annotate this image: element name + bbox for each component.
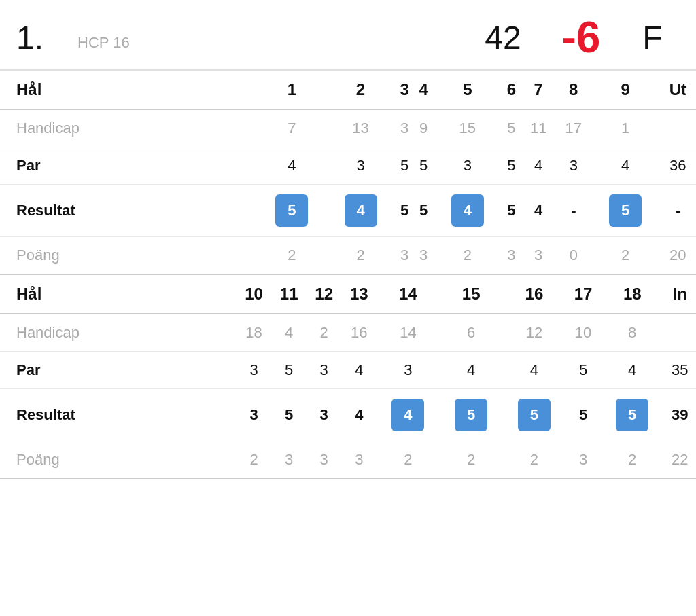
- hal-label-back: Hål: [0, 275, 237, 314]
- hcp-12: 2: [307, 314, 342, 352]
- hole-11: 11: [271, 275, 307, 314]
- hole-13: 13: [342, 275, 377, 314]
- res-6: 5: [502, 185, 521, 237]
- hole-1: 1: [258, 71, 326, 109]
- res-10: 3: [237, 389, 272, 441]
- par-17: 5: [566, 352, 601, 389]
- hole-2: 2: [326, 71, 395, 109]
- poang-3: 3: [395, 237, 414, 275]
- hcp-6: 5: [502, 109, 521, 147]
- poang-15: 2: [440, 441, 503, 479]
- par-7: 4: [521, 147, 556, 185]
- back9-handicap-row: Handicap 18 4 2 16 14 6 12 10 8: [0, 314, 696, 352]
- back9-resultat-row: Resultat 3 5 3 4 4 5 5 5 5 39: [0, 389, 696, 441]
- hcp-1: 7: [258, 109, 326, 147]
- hole-16: 16: [503, 275, 566, 314]
- poang-1: 2: [258, 237, 326, 275]
- poang-16: 2: [503, 441, 566, 479]
- poang-4: 3: [414, 237, 433, 275]
- poang-8: 0: [556, 237, 591, 275]
- rank: 1.: [16, 19, 77, 56]
- par-4: 5: [414, 147, 433, 185]
- hcp-14: 14: [377, 314, 440, 352]
- poang-2: 2: [326, 237, 395, 275]
- hcp-10: 18: [237, 314, 272, 352]
- par-total-back: 35: [664, 352, 696, 389]
- res-13: 4: [342, 389, 377, 441]
- handicap-label-back: Handicap: [0, 314, 237, 352]
- hole-6: 6: [502, 71, 521, 109]
- hcp-11: 4: [271, 314, 307, 352]
- par-total: 36: [660, 147, 696, 185]
- res-16: 5: [503, 389, 566, 441]
- par-14: 3: [377, 352, 440, 389]
- ut-label: Ut: [660, 71, 696, 109]
- hole-7: 7: [521, 71, 556, 109]
- back9-par-row: Par 3 5 3 4 3 4 4 5 4 35: [0, 352, 696, 389]
- hal-label: Hål: [0, 71, 258, 109]
- back9-table: Hål 10 11 12 13 14 15 16 17 18 In Handic…: [0, 275, 696, 479]
- poang-12: 3: [307, 441, 342, 479]
- poang-6: 3: [502, 237, 521, 275]
- res-7: 4: [521, 185, 556, 237]
- front9-resultat-row: Resultat 5 4 5 5 4 5 4 - 5 -: [0, 185, 696, 237]
- poang-13: 3: [342, 441, 377, 479]
- poang-7: 3: [521, 237, 556, 275]
- in-label: In: [664, 275, 696, 314]
- score-diff: -6: [537, 12, 625, 62]
- res-3: 5: [395, 185, 414, 237]
- back9-hal-row: Hål 10 11 12 13 14 15 16 17 18 In: [0, 275, 696, 314]
- par-label-back: Par: [0, 352, 237, 389]
- hcp-8: 17: [556, 109, 591, 147]
- hcp-16: 12: [503, 314, 566, 352]
- hole-3: 3: [395, 71, 414, 109]
- par-label: Par: [0, 147, 258, 185]
- front9-hal-row: Hål 1 2 3 4 5 6 7 8 9 Ut: [0, 71, 696, 109]
- poang-total: 20: [660, 237, 696, 275]
- par-15: 4: [440, 352, 503, 389]
- hcp-2: 13: [326, 109, 395, 147]
- hcp-13: 16: [342, 314, 377, 352]
- hole-15: 15: [440, 275, 503, 314]
- res-8: -: [556, 185, 591, 237]
- hole-9: 9: [591, 71, 660, 109]
- poang-label-back: Poäng: [0, 441, 237, 479]
- hcp: HCP 16: [77, 23, 469, 52]
- hole-4: 4: [414, 71, 433, 109]
- status: F: [625, 19, 680, 56]
- res-total-back: 39: [664, 389, 696, 441]
- total-score: 42: [469, 19, 537, 56]
- poang-17: 3: [566, 441, 601, 479]
- res-2: 4: [326, 185, 395, 237]
- hcp-total: [660, 109, 696, 147]
- par-11: 5: [271, 352, 307, 389]
- resultat-label-back: Resultat: [0, 389, 237, 441]
- poang-11: 3: [271, 441, 307, 479]
- res-18: 5: [601, 389, 664, 441]
- hole-8: 8: [556, 71, 591, 109]
- resultat-label: Resultat: [0, 185, 258, 237]
- hole-10: 10: [237, 275, 272, 314]
- par-3: 5: [395, 147, 414, 185]
- res-4: 5: [414, 185, 433, 237]
- par-10: 3: [237, 352, 272, 389]
- poang-10: 2: [237, 441, 272, 479]
- hcp-4: 9: [414, 109, 433, 147]
- hole-12: 12: [307, 275, 342, 314]
- par-5: 3: [433, 147, 502, 185]
- hcp-5: 15: [433, 109, 502, 147]
- par-2: 3: [326, 147, 395, 185]
- res-14: 4: [377, 389, 440, 441]
- front9-table: Hål 1 2 3 4 5 6 7 8 9 Ut Handicap 7 13 3…: [0, 71, 696, 275]
- hole-5: 5: [433, 71, 502, 109]
- back9-poang-row: Poäng 2 3 3 3 2 2 2 3 2 22: [0, 441, 696, 479]
- hcp-7: 11: [521, 109, 556, 147]
- front9-poang-row: Poäng 2 2 3 3 2 3 3 0 2 20: [0, 237, 696, 275]
- hole-17: 17: [566, 275, 601, 314]
- par-18: 4: [601, 352, 664, 389]
- res-total: -: [660, 185, 696, 237]
- res-15: 5: [440, 389, 503, 441]
- par-9: 4: [591, 147, 660, 185]
- par-6: 5: [502, 147, 521, 185]
- poang-18: 2: [601, 441, 664, 479]
